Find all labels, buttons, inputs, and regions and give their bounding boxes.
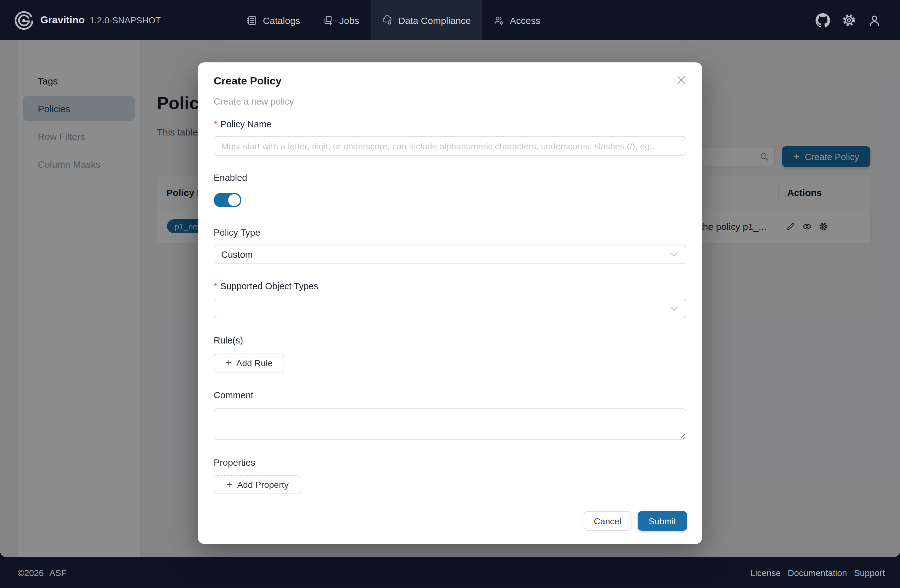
gravitino-logo-icon	[14, 10, 34, 30]
gravitino-app: Gravitino 1.2.0-SNAPSHOT Catalogs Jobs	[0, 0, 900, 588]
supported-object-types-select[interactable]	[214, 299, 686, 318]
navbar-right	[816, 13, 881, 27]
nav-item-access[interactable]: Access	[482, 0, 552, 40]
create-policy-modal: Create Policy Create a new policy * Poli…	[198, 62, 702, 544]
user-icon[interactable]	[868, 14, 881, 27]
close-icon[interactable]	[674, 73, 688, 87]
required-asterisk: *	[214, 281, 217, 291]
github-icon[interactable]	[816, 13, 830, 27]
catalogs-icon	[247, 15, 257, 26]
nav-item-catalogs[interactable]: Catalogs	[235, 0, 311, 40]
copyright: ©2026 ASF	[18, 568, 67, 578]
modal-subtitle: Create a new policy	[214, 96, 294, 107]
required-asterisk: *	[214, 119, 217, 129]
policy-type-value: Custom	[221, 249, 253, 259]
copyright-org: ASF	[50, 568, 67, 578]
footer-link-documentation[interactable]: Documentation	[788, 568, 847, 578]
data-compliance-icon	[382, 15, 393, 26]
page-footer: ©2026 ASF License Documentation Support	[0, 557, 900, 588]
brand-version: 1.2.0-SNAPSHOT	[90, 15, 161, 25]
access-icon	[493, 15, 504, 26]
copyright-year: ©2026	[18, 568, 44, 578]
enabled-toggle[interactable]	[214, 193, 241, 207]
nav-item-label: Catalogs	[263, 15, 300, 26]
nav-item-jobs[interactable]: Jobs	[312, 0, 371, 40]
nav-item-label: Jobs	[340, 15, 359, 26]
policy-type-select[interactable]: Custom	[214, 245, 686, 264]
toggle-knob	[228, 194, 240, 206]
nav-item-label: Access	[510, 15, 540, 26]
policy-name-input[interactable]	[214, 136, 686, 156]
top-navbar: Gravitino 1.2.0-SNAPSHOT Catalogs Jobs	[0, 0, 900, 40]
footer-links: License Documentation Support	[750, 568, 885, 578]
comment-label: Comment	[214, 390, 253, 400]
nav-item-label: Data Compliance	[398, 15, 471, 26]
properties-label: Properties	[214, 458, 255, 468]
add-property-button[interactable]: + Add Property	[214, 475, 301, 494]
modal-title: Create Policy	[214, 75, 281, 88]
add-rule-button[interactable]: + Add Rule	[214, 354, 284, 372]
submit-button[interactable]: Submit	[638, 511, 687, 531]
main-nav: Catalogs Jobs Data Compliance Access	[235, 0, 552, 40]
supported-object-types-label: * Supported Object Types	[214, 281, 318, 291]
nav-item-data-compliance[interactable]: Data Compliance	[371, 0, 482, 40]
policy-type-label: Policy Type	[214, 228, 260, 237]
enabled-label: Enabled	[214, 173, 247, 183]
plus-icon: +	[226, 479, 232, 490]
plus-icon: +	[225, 358, 231, 368]
rules-label: Rule(s)	[214, 335, 243, 345]
cancel-button[interactable]: Cancel	[583, 511, 632, 531]
jobs-icon	[323, 15, 334, 26]
policy-name-label: * Policy Name	[214, 119, 272, 129]
settings-gear-icon[interactable]	[842, 13, 856, 27]
chevron-down-icon	[670, 306, 678, 311]
chevron-down-icon	[670, 252, 678, 257]
footer-link-support[interactable]: Support	[854, 568, 885, 578]
brand[interactable]: Gravitino 1.2.0-SNAPSHOT	[14, 10, 161, 30]
comment-textarea[interactable]	[214, 408, 686, 440]
footer-link-license[interactable]: License	[750, 568, 781, 578]
brand-name: Gravitino	[40, 14, 84, 26]
